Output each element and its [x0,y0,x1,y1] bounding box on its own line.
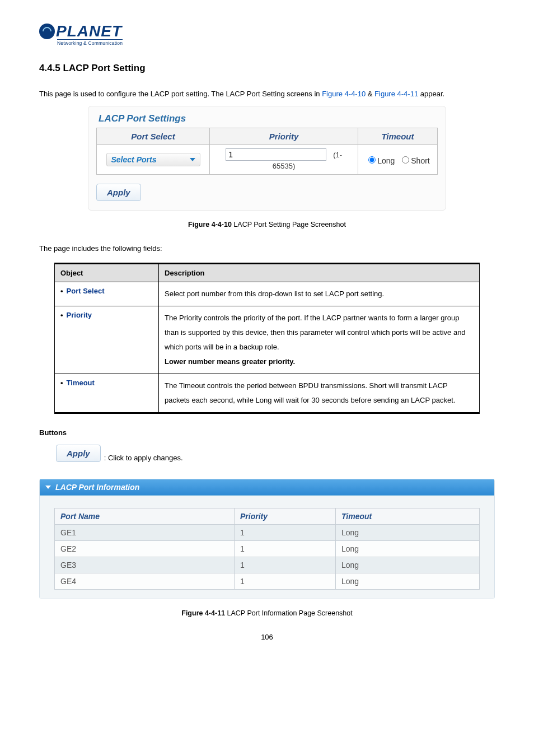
chevron-down-icon [190,158,195,161]
cell-port-name-1: GE2 [55,541,235,557]
obj-row-timeout: •Timeout [55,374,159,413]
section-heading: 4.4.5 LACP Port Setting [39,63,495,74]
obj-row-port-select: •Port Select [55,282,159,306]
obj-name-0: Port Select [67,287,105,295]
radio-long-input[interactable] [368,156,376,164]
port-info-table: Port Name Priority Timeout GE1 1 Long GE… [54,508,480,590]
obj-row-priority: •Priority [55,306,159,374]
apply-button[interactable]: Apply [96,184,141,201]
col-priority: Priority [210,128,358,145]
intro-pre: This page is used to configure the LACP … [39,90,322,98]
obj-name-1: Priority [67,311,92,319]
cell-priority-3: 1 [235,573,336,590]
info-col-timeout: Timeout [336,508,480,525]
caption1-rest: LACP Port Setting Page Screenshot [232,221,346,228]
radio-short-label: Short [411,156,429,165]
cell-port-name-3: GE4 [55,573,235,590]
figure-caption-2: Figure 4-4-11 LACP Port Information Page… [39,609,495,617]
table-row: GE4 1 Long [55,573,480,590]
logo-brand: PLANET [56,22,122,40]
intro-amp: & [366,90,374,98]
intro-post: appear. [418,90,444,98]
table-row: GE1 1 Long [55,525,480,541]
priority-input[interactable] [226,148,326,161]
obj-col-description: Description [159,264,480,282]
lacp-port-settings-panel: LACP Port Settings Port Select Priority … [88,106,446,211]
intro-text: This page is used to configure the LACP … [39,90,495,98]
figure-link-4-4-10[interactable]: Figure 4-4-10 [322,90,366,98]
cell-port-name-2: GE3 [55,557,235,573]
page-number: 106 [39,633,495,641]
apply-button-inline[interactable]: Apply [56,445,101,462]
caption2-bold: Figure 4-4-11 [181,609,225,617]
cell-priority-0: 1 [235,525,336,541]
logo-globe-icon [39,24,55,39]
buttons-heading: Buttons [39,428,495,437]
object-description-table: Object Description •Port Select Select p… [54,263,480,414]
obj-desc-port-select: Select port number from this drop-down l… [159,282,480,306]
obj-desc-timeout: The Timeout controls the period between … [159,374,480,413]
cell-priority-2: 1 [235,557,336,573]
radio-long-label: Long [377,156,395,165]
lacp-port-info-panel: LACP Port Information Port Name Priority… [39,479,495,599]
cell-timeout-0: Long [336,525,480,541]
cell-timeout-1: Long [336,541,480,557]
figure-caption-1: Figure 4-4-10 LACP Port Setting Page Scr… [39,221,495,228]
table-row: GE2 1 Long [55,541,480,557]
timeout-radio-long[interactable]: Long [366,156,395,165]
info-panel-title: LACP Port Information [55,483,139,492]
logo-tagline: Networking & Communication [57,39,123,46]
info-col-port-name: Port Name [55,508,235,525]
figure-link-4-4-11[interactable]: Figure 4-4-11 [374,90,418,98]
collapse-triangle-icon [45,486,51,489]
obj-desc-priority: The Priority controls the priority of th… [159,306,480,374]
cell-timeout-2: Long [336,557,480,573]
caption2-rest: LACP Port Information Page Screenshot [225,609,353,617]
cell-port-name-0: GE1 [55,525,235,541]
cell-priority-1: 1 [235,541,336,557]
caption1-bold: Figure 4-4-10 [188,221,232,228]
obj-col-object: Object [55,264,159,282]
settings-table: Port Select Priority Timeout Select Port… [96,128,438,175]
port-select-label: Select Ports [111,155,157,164]
timeout-radio-short[interactable]: Short [399,156,429,165]
port-select-dropdown[interactable]: Select Ports [106,153,200,166]
buttons-help-text: : Click to apply changes. [104,454,183,462]
obj-desc-1-strong: Lower number means greater priority. [165,357,295,366]
info-col-priority: Priority [235,508,336,525]
cell-timeout-3: Long [336,573,480,590]
info-panel-header[interactable]: LACP Port Information [40,479,494,496]
col-port-select: Port Select [97,128,210,145]
table-row: GE3 1 Long [55,557,480,573]
col-timeout: Timeout [358,128,438,145]
includes-line: The page includes the following fields: [39,244,495,253]
panel-title: LACP Port Settings [99,113,438,124]
obj-name-2: Timeout [67,379,95,387]
radio-short-input[interactable] [402,156,409,164]
logo-block: PLANET Networking & Communication [39,22,495,47]
obj-desc-1-text: The Priority controls the priority of th… [165,314,466,351]
